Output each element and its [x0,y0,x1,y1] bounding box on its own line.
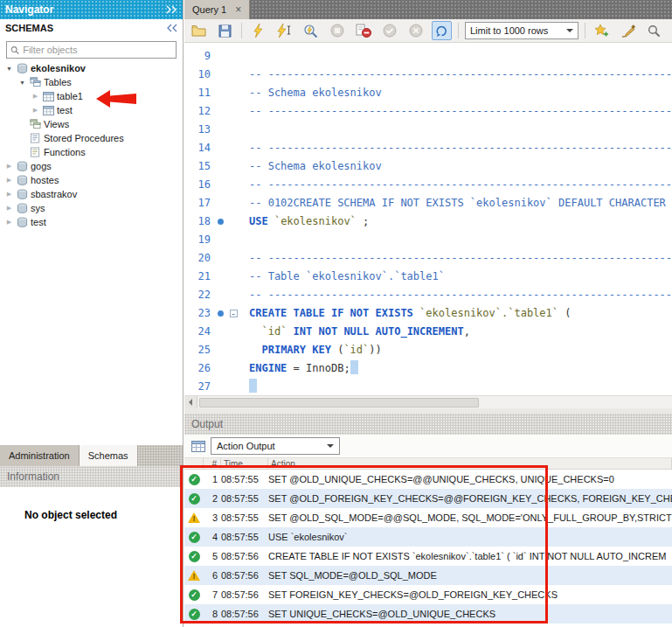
tree-item-label: gogs [30,161,52,171]
warning-icon: ! [188,570,200,581]
schema-icon [15,217,30,228]
refresh-schemas-icon[interactable] [165,24,177,32]
tab-administration[interactable]: Administration [0,445,80,466]
tab-query1[interactable]: Query 1 × [184,0,250,19]
tree-item-test[interactable]: ▶test [0,215,183,229]
tree-item-functions[interactable]: Functions [0,145,183,159]
save-script-button[interactable] [215,21,235,40]
expand-arrow-icon[interactable]: ▶ [3,219,15,226]
tree-item-label: test [56,105,73,115]
tree-item-label: hostes [30,175,59,185]
rollback-button[interactable] [405,21,426,40]
row-index: 4 [204,532,221,542]
row-action: SET FOREIGN_KEY_CHECKS=@OLD_FOREIGN_KEY_… [268,589,672,600]
open-script-button[interactable] [189,21,209,40]
tree-item-sbastrakov[interactable]: ▶sbastrakov [0,187,183,201]
success-icon: ✓ [189,589,200,601]
code-line: 12-- -----------------------------------… [184,102,672,121]
limit-rows-value: Limit to 1000 rows [470,25,548,36]
beautify-button[interactable] [618,21,638,40]
line-number: 11 [184,84,214,102]
scroll-left-button[interactable] [184,396,197,409]
expand-arrow-icon[interactable]: ▶ [30,107,41,114]
tree-item-views[interactable]: Views [0,117,183,131]
tree-item-hostes[interactable]: ▶hostes [0,173,183,187]
line-number: 9 [184,47,214,66]
line-number: 22 [184,286,214,304]
row-time: 08:57:55 [221,493,268,504]
output-row[interactable]: !308:57:55SET @OLD_SQL_MODE=@@SQL_MODE, … [184,508,672,527]
expand-arrow-icon[interactable]: ▼ [17,80,28,86]
output-row[interactable]: ✓808:57:56SET UNIQUE_CHECKS=@OLD_UNIQUE_… [184,604,672,624]
save-snippet-button[interactable] [592,21,612,40]
line-number: 26 [184,359,214,378]
tree-item-gogs[interactable]: ▶gogs [0,159,183,173]
schemas-section-header: SCHEMAS [0,19,183,37]
filter-input[interactable] [23,45,172,55]
functions-icon [28,147,43,157]
output-grid-header: # Time Action [184,458,672,470]
fold-minus-icon[interactable]: - [230,310,238,317]
panel-chevrons-icon[interactable] [165,5,177,14]
output-view-select[interactable]: Action Output [211,437,340,455]
code-line: 17-- 0102CREATE SCHEMA IF NOT EXISTS `ek… [184,194,672,212]
sql-editor[interactable]: 910-- ----------------------------------… [184,43,672,395]
row-time: 08:57:56 [221,589,268,600]
row-index: 2 [204,493,221,504]
lightning-icon [253,24,264,38]
line-number: 15 [184,157,214,176]
output-row[interactable]: ✓108:57:55SET @OLD_UNIQUE_CHECKS=@@UNIQU… [184,470,672,489]
line-number: 17 [184,194,214,212]
editor-hscrollbar[interactable] [184,395,672,408]
tree-item-test[interactable]: ▶test [0,103,183,117]
tree-item-stored-procedures[interactable]: Stored Procedures [0,131,183,145]
schema-filter-box[interactable] [6,41,177,59]
expand-arrow-icon[interactable]: ▶ [3,205,15,212]
output-row[interactable]: ✓408:57:55USE `ekolesnikov` [184,527,672,547]
information-panel: No object selected [0,487,183,627]
success-icon: ✓ [189,551,200,562]
hscroll-thumb[interactable] [199,398,479,408]
code-line: 13 [184,121,672,139]
expand-arrow-icon[interactable]: ▼ [3,66,15,72]
close-tab-icon[interactable]: × [235,3,241,16]
expand-arrow-icon[interactable]: ▶ [3,163,15,170]
execute-button[interactable] [248,21,268,40]
line-number: 10 [184,66,214,84]
row-time: 08:57:55 [221,474,268,484]
line-number: 16 [184,176,214,194]
output-row[interactable]: ✓508:57:56CREATE TABLE IF NOT EXISTS `ek… [184,547,672,566]
tree-item-label: Stored Procedures [43,133,124,143]
column-index: # [204,458,221,469]
tree-item-tables[interactable]: ▼Tables [0,75,183,89]
stop-on-error-icon [356,24,371,38]
toggle-autocommit-button[interactable] [432,21,452,40]
row-action: SET @OLD_FOREIGN_KEY_CHECKS=@@FOREIGN_KE… [268,493,672,504]
expand-arrow-icon[interactable]: ▶ [3,177,15,184]
toggle-stop-on-error-button[interactable] [353,21,373,40]
navigator-panel: Navigator SCHEMAS ▼ekolesnikov▼Tables▶t [0,0,184,627]
tree-item-table1[interactable]: ▶table1 [0,89,183,103]
output-row[interactable]: ✓208:57:55SET @OLD_FOREIGN_KEY_CHECKS=@@… [184,489,672,508]
output-row[interactable]: !608:57:56SET SQL_MODE=@OLD_SQL_MODE [184,566,672,585]
execute-current-statement-button[interactable] [274,21,294,40]
expand-arrow-icon[interactable]: ▶ [30,93,41,100]
commit-button[interactable] [379,21,399,40]
chevron-down-icon [327,444,334,451]
find-button[interactable] [644,21,664,40]
expand-arrow-icon[interactable]: ▶ [3,191,15,198]
code-line: 14-- -----------------------------------… [184,139,672,157]
stop-button[interactable] [327,21,347,40]
limit-rows-select[interactable]: Limit to 1000 rows [465,22,578,39]
tab-schemas[interactable]: Schemas [80,445,138,466]
row-time: 08:57:56 [221,551,268,561]
explain-button[interactable] [301,21,321,40]
row-index: 7 [204,589,221,600]
tree-item-sys[interactable]: ▶sys [0,201,183,215]
success-icon: ✓ [189,609,200,620]
code-lines: 910-- ----------------------------------… [184,43,672,395]
tree-item-ekolesnikov[interactable]: ▼ekolesnikov [0,61,183,75]
tree-item-label: Tables [43,77,72,87]
output-row[interactable]: ✓708:57:56SET FOREIGN_KEY_CHECKS=@OLD_FO… [184,585,672,604]
commit-check-icon [383,24,397,38]
